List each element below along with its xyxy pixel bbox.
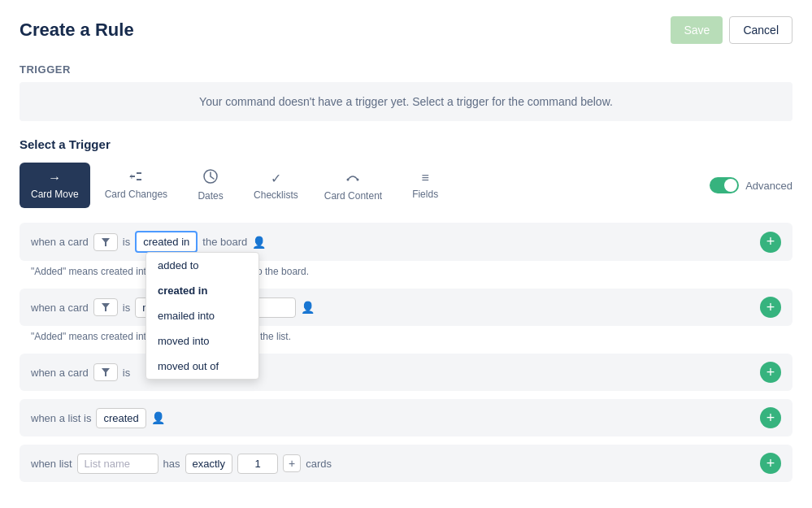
save-button[interactable]: Save [671,16,723,44]
tab-fields[interactable]: ≡ Fields [397,163,454,208]
header-buttons: Save Cancel [671,16,792,44]
row2-add-button[interactable]: + [760,297,781,318]
tab-card-content-label: Card Content [324,190,382,202]
row3-add-button[interactable]: + [760,362,781,383]
row1-chip[interactable]: created in [135,231,198,253]
checklists-icon: ✓ [271,171,281,186]
cancel-button[interactable]: Cancel [729,16,792,44]
row4-person-icon[interactable]: 👤 [151,411,165,424]
advanced-toggle-switch[interactable] [710,177,739,193]
row4-prefix: when a list is [31,412,91,424]
trigger-section-label: Trigger [20,63,792,76]
rule-row-3: when a card is + [20,354,792,391]
row5-prefix: when list [31,458,72,470]
svg-marker-8 [102,303,110,311]
row5-suffix: cards [306,458,332,470]
row4-chip-label: created [103,412,138,424]
card-content-icon [345,169,360,187]
dates-icon [203,169,218,187]
row3-is-label: is [123,367,130,379]
svg-point-5 [347,179,350,181]
row5-chip-label: exactly [193,458,225,470]
tab-card-content[interactable]: Card Content [313,161,393,210]
rule-row-5: when list has exactly + cards + [20,445,792,482]
row5-has-label: has [163,458,180,470]
row5-number-input[interactable] [237,454,278,474]
svg-marker-9 [102,368,110,376]
row1-add-button[interactable]: + [760,232,781,253]
row5-plus-button[interactable]: + [283,454,301,472]
tab-card-changes-label: Card Changes [105,189,167,200]
row1-is-label: is [123,236,130,248]
row1-prefix: when a card [31,236,89,248]
svg-marker-7 [102,238,110,246]
advanced-toggle: Advanced [710,177,792,193]
row4-add-button[interactable]: + [760,407,781,428]
tab-card-move[interactable]: → Card Move [20,163,90,208]
trigger-info-box: Your command doesn't have a trigger yet.… [20,82,792,121]
row5-add-button[interactable]: + [760,453,781,474]
tab-checklists-label: Checklists [254,189,298,201]
row2-is-label: is [123,302,130,314]
row1-filter-icon[interactable] [93,233,118,251]
tab-dates[interactable]: Dates [182,161,239,210]
tab-card-changes[interactable]: + Card Changes [93,163,179,208]
fields-icon: ≡ [421,171,428,185]
select-trigger-label: Select a Trigger [20,137,792,151]
dropdown-item-emailed-into[interactable]: emailed into [146,303,258,328]
dropdown-item-moved-out-of[interactable]: moved out of [146,354,258,379]
tab-checklists[interactable]: ✓ Checklists [242,163,310,209]
card-changes-icon: + [128,171,143,185]
rule-row-wrapper-1: when a card is created in the board 👤 + … [20,223,792,261]
svg-text:+: + [129,172,134,181]
row1-suffix: the board [202,236,247,248]
row2-help-text: "Added" means created into the board or … [20,328,792,349]
row4-chip[interactable]: created [96,408,145,428]
rule-row-2: when a card is moved into 👤 + [20,289,792,326]
row2-person-icon[interactable]: 👤 [301,301,315,314]
trigger-tabs: → Card Move + Card Changes Dates [20,161,792,210]
row3-prefix: when a card [31,367,89,379]
row1-chip-label: created in [143,236,189,248]
page-title: Create a Rule [20,20,134,41]
row3-filter-icon[interactable] [93,363,118,381]
row2-prefix: when a card [31,302,89,314]
dropdown-item-moved-into[interactable]: moved into [146,328,258,354]
tab-dates-label: Dates [198,190,223,202]
dropdown-item-created-in[interactable]: created in [146,278,258,303]
card-move-icon: → [48,171,61,185]
row2-filter-icon[interactable] [93,298,118,316]
tab-card-move-label: Card Move [31,189,79,200]
row1-dropdown: added to created in emailed into moved i… [145,252,259,380]
tab-fields-label: Fields [412,189,438,200]
row1-person-icon[interactable]: 👤 [252,236,266,249]
dropdown-item-added-to[interactable]: added to [146,253,258,278]
row1-help-text: "Added" means created into the board or … [20,263,792,284]
advanced-toggle-label: Advanced [745,180,792,192]
svg-point-6 [357,179,359,181]
rule-row-4: when a list is created 👤 + [20,399,792,436]
row5-chip[interactable]: exactly [185,454,232,474]
rule-row-1: when a card is created in the board 👤 + [20,223,792,261]
row5-list-input[interactable] [77,454,158,474]
